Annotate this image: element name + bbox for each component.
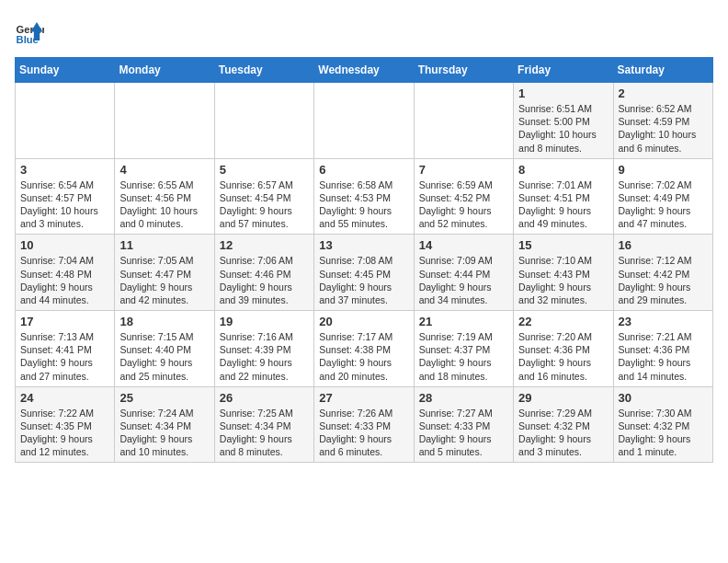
day-number: 13 (319, 238, 408, 252)
calendar-cell: 17Sunrise: 7:13 AM Sunset: 4:41 PM Dayli… (16, 311, 115, 387)
calendar-cell: 22Sunrise: 7:20 AM Sunset: 4:36 PM Dayli… (514, 311, 613, 387)
calendar-cell: 13Sunrise: 7:08 AM Sunset: 4:45 PM Dayli… (314, 235, 414, 311)
day-info: Sunrise: 7:17 AM Sunset: 4:38 PM Dayligh… (319, 330, 408, 383)
day-info: Sunrise: 7:25 AM Sunset: 4:34 PM Dayligh… (220, 407, 309, 459)
day-info: Sunrise: 6:55 AM Sunset: 4:56 PM Dayligh… (119, 178, 209, 231)
day-info: Sunrise: 7:04 AM Sunset: 4:48 PM Dayligh… (20, 254, 109, 306)
day-number: 16 (619, 238, 708, 252)
calendar-cell: 9Sunrise: 7:02 AM Sunset: 4:49 PM Daylig… (613, 158, 712, 235)
day-number: 29 (518, 391, 608, 405)
day-info: Sunrise: 7:24 AM Sunset: 4:34 PM Dayligh… (119, 407, 209, 459)
day-info: Sunrise: 6:58 AM Sunset: 4:53 PM Dayligh… (319, 178, 408, 231)
calendar-header: SundayMondayTuesdayWednesdayThursdayFrid… (16, 58, 713, 83)
day-number: 30 (619, 391, 708, 405)
day-number: 25 (119, 391, 209, 405)
day-number: 22 (518, 315, 608, 328)
day-info: Sunrise: 7:30 AM Sunset: 4:32 PM Dayligh… (619, 407, 708, 459)
calendar-cell: 29Sunrise: 7:29 AM Sunset: 4:32 PM Dayli… (514, 386, 613, 463)
day-number: 12 (220, 238, 309, 252)
day-number: 15 (518, 238, 608, 252)
day-info: Sunrise: 7:26 AM Sunset: 4:33 PM Dayligh… (319, 407, 408, 459)
calendar-cell: 19Sunrise: 7:16 AM Sunset: 4:39 PM Dayli… (214, 311, 313, 387)
calendar-cell: 6Sunrise: 6:58 AM Sunset: 4:53 PM Daylig… (314, 158, 414, 235)
calendar-cell: 16Sunrise: 7:12 AM Sunset: 4:42 PM Dayli… (613, 235, 712, 311)
day-number: 4 (119, 163, 209, 177)
header-cell-friday: Friday (514, 58, 613, 83)
day-info: Sunrise: 6:52 AM Sunset: 4:59 PM Dayligh… (619, 102, 708, 155)
day-info: Sunrise: 7:16 AM Sunset: 4:39 PM Dayligh… (220, 330, 309, 383)
day-info: Sunrise: 7:05 AM Sunset: 4:47 PM Dayligh… (119, 254, 209, 306)
day-number: 28 (419, 391, 508, 405)
header-cell-wednesday: Wednesday (314, 58, 414, 83)
calendar-cell: 27Sunrise: 7:26 AM Sunset: 4:33 PM Dayli… (314, 386, 414, 463)
day-number: 24 (20, 391, 109, 405)
day-number: 14 (419, 238, 508, 252)
day-info: Sunrise: 7:19 AM Sunset: 4:37 PM Dayligh… (419, 330, 508, 383)
calendar-body: 1Sunrise: 6:51 AM Sunset: 5:00 PM Daylig… (16, 83, 713, 463)
calendar-cell: 10Sunrise: 7:04 AM Sunset: 4:48 PM Dayli… (16, 235, 115, 311)
day-number: 21 (419, 315, 508, 328)
day-number: 6 (319, 163, 408, 177)
day-info: Sunrise: 7:10 AM Sunset: 4:43 PM Dayligh… (518, 254, 608, 306)
day-info: Sunrise: 6:54 AM Sunset: 4:57 PM Dayligh… (20, 178, 109, 231)
calendar-cell (414, 83, 513, 159)
logo: General Blue (15, 18, 48, 48)
day-info: Sunrise: 7:08 AM Sunset: 4:45 PM Dayligh… (319, 254, 408, 306)
day-number: 8 (518, 163, 608, 177)
day-number: 19 (220, 315, 309, 328)
calendar-cell: 8Sunrise: 7:01 AM Sunset: 4:51 PM Daylig… (514, 158, 613, 235)
logo-icon: General Blue (15, 18, 44, 48)
day-info: Sunrise: 7:02 AM Sunset: 4:49 PM Dayligh… (619, 178, 708, 231)
day-number: 18 (119, 315, 209, 328)
week-row-4: 24Sunrise: 7:22 AM Sunset: 4:35 PM Dayli… (16, 386, 713, 463)
calendar-cell: 25Sunrise: 7:24 AM Sunset: 4:34 PM Dayli… (115, 386, 214, 463)
header-cell-tuesday: Tuesday (214, 58, 313, 83)
calendar-cell: 4Sunrise: 6:55 AM Sunset: 4:56 PM Daylig… (115, 158, 214, 235)
day-info: Sunrise: 7:29 AM Sunset: 4:32 PM Dayligh… (518, 407, 608, 459)
calendar-cell: 23Sunrise: 7:21 AM Sunset: 4:36 PM Dayli… (613, 311, 712, 387)
calendar-cell: 26Sunrise: 7:25 AM Sunset: 4:34 PM Dayli… (214, 386, 313, 463)
calendar-cell: 30Sunrise: 7:30 AM Sunset: 4:32 PM Dayli… (613, 386, 712, 463)
day-info: Sunrise: 7:21 AM Sunset: 4:36 PM Dayligh… (619, 330, 708, 383)
day-info: Sunrise: 7:15 AM Sunset: 4:40 PM Dayligh… (119, 330, 209, 383)
header-cell-thursday: Thursday (414, 58, 513, 83)
day-number: 17 (20, 315, 109, 328)
calendar-cell: 28Sunrise: 7:27 AM Sunset: 4:33 PM Dayli… (414, 386, 513, 463)
calendar-cell (115, 83, 214, 159)
day-info: Sunrise: 7:27 AM Sunset: 4:33 PM Dayligh… (419, 407, 508, 459)
calendar-cell: 2Sunrise: 6:52 AM Sunset: 4:59 PM Daylig… (613, 83, 712, 159)
header-row: SundayMondayTuesdayWednesdayThursdayFrid… (16, 58, 713, 83)
day-number: 11 (119, 238, 209, 252)
week-row-2: 10Sunrise: 7:04 AM Sunset: 4:48 PM Dayli… (16, 235, 713, 311)
day-number: 1 (518, 86, 608, 100)
day-info: Sunrise: 6:57 AM Sunset: 4:54 PM Dayligh… (220, 178, 309, 231)
calendar-cell: 18Sunrise: 7:15 AM Sunset: 4:40 PM Dayli… (115, 311, 214, 387)
calendar-cell (16, 83, 115, 159)
day-info: Sunrise: 7:01 AM Sunset: 4:51 PM Dayligh… (518, 178, 608, 231)
day-info: Sunrise: 7:22 AM Sunset: 4:35 PM Dayligh… (20, 407, 109, 459)
day-number: 10 (20, 238, 109, 252)
week-row-0: 1Sunrise: 6:51 AM Sunset: 5:00 PM Daylig… (16, 83, 713, 159)
calendar: SundayMondayTuesdayWednesdayThursdayFrid… (15, 57, 713, 463)
day-number: 23 (619, 315, 708, 328)
day-number: 2 (619, 86, 708, 100)
week-row-1: 3Sunrise: 6:54 AM Sunset: 4:57 PM Daylig… (16, 158, 713, 235)
calendar-cell: 3Sunrise: 6:54 AM Sunset: 4:57 PM Daylig… (16, 158, 115, 235)
day-number: 9 (619, 163, 708, 177)
calendar-cell: 24Sunrise: 7:22 AM Sunset: 4:35 PM Dayli… (16, 386, 115, 463)
calendar-cell: 21Sunrise: 7:19 AM Sunset: 4:37 PM Dayli… (414, 311, 513, 387)
header-cell-saturday: Saturday (613, 58, 712, 83)
day-number: 27 (319, 391, 408, 405)
header: General Blue (15, 15, 713, 48)
calendar-cell: 14Sunrise: 7:09 AM Sunset: 4:44 PM Dayli… (414, 235, 513, 311)
day-number: 26 (220, 391, 309, 405)
day-number: 7 (419, 163, 508, 177)
day-info: Sunrise: 7:06 AM Sunset: 4:46 PM Dayligh… (220, 254, 309, 306)
calendar-cell: 20Sunrise: 7:17 AM Sunset: 4:38 PM Dayli… (314, 311, 414, 387)
calendar-cell: 7Sunrise: 6:59 AM Sunset: 4:52 PM Daylig… (414, 158, 513, 235)
calendar-cell: 12Sunrise: 7:06 AM Sunset: 4:46 PM Dayli… (214, 235, 313, 311)
day-info: Sunrise: 7:12 AM Sunset: 4:42 PM Dayligh… (619, 254, 708, 306)
calendar-cell (214, 83, 313, 159)
day-info: Sunrise: 7:13 AM Sunset: 4:41 PM Dayligh… (20, 330, 109, 383)
calendar-cell: 15Sunrise: 7:10 AM Sunset: 4:43 PM Dayli… (514, 235, 613, 311)
